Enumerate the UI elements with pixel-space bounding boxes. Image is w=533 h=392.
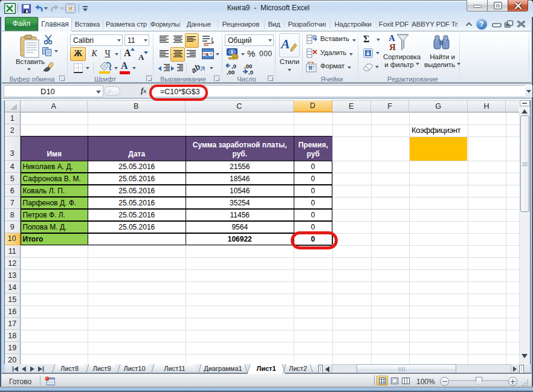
svg-text:ab: ab: [191, 62, 202, 74]
svg-text:a: a: [206, 51, 209, 57]
svg-text:,0: ,0: [248, 69, 253, 75]
svg-text:Я: Я: [389, 42, 396, 52]
svg-text:А: А: [389, 33, 395, 43]
svg-text:,00: ,00: [227, 69, 234, 75]
